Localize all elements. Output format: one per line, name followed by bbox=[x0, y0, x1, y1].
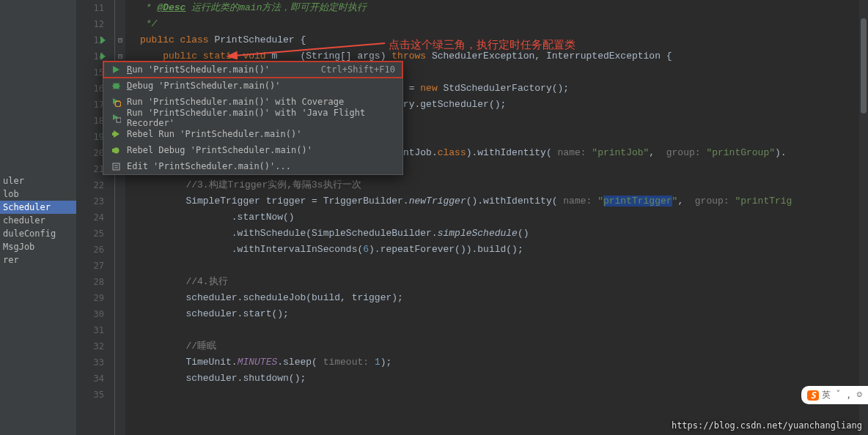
line-number[interactable]: 27 bbox=[77, 258, 104, 274]
line-number[interactable]: 30 bbox=[77, 306, 104, 322]
line-number[interactable]: 24 bbox=[77, 209, 104, 226]
line-number[interactable]: 13 bbox=[77, 32, 104, 48]
context-menu-item[interactable]: Debug 'PrintScheduler.main()' bbox=[103, 78, 402, 94]
line-number[interactable]: 15 bbox=[77, 64, 104, 81]
sidebar-item[interactable]: uler bbox=[0, 174, 76, 187]
ime-indicator[interactable]: S 英 ˇ , ☺ bbox=[801, 386, 868, 404]
code-line[interactable]: TimeUnit.MINUTES.sleep( timeout: 1); bbox=[140, 354, 868, 371]
context-menu-item[interactable]: Rebel Debug 'PrintScheduler.main()' bbox=[103, 142, 402, 158]
sidebar-item[interactable]: Scheduler bbox=[0, 201, 76, 214]
line-number[interactable]: 32 bbox=[77, 338, 104, 354]
rebel-debug-icon bbox=[111, 145, 121, 155]
code-line[interactable]: //睡眠 bbox=[140, 338, 868, 354]
code-line[interactable]: //3.构建Trigger实例,每隔3s执行一次 bbox=[140, 177, 868, 193]
code-line[interactable]: //4.执行 bbox=[140, 274, 868, 290]
line-number[interactable]: 35 bbox=[77, 387, 104, 403]
code-line[interactable]: scheduler.scheduleJob(build, trigger); bbox=[140, 290, 868, 306]
project-sidebar[interactable]: ulerlobSchedulerchedulerduleConfigMsgJob… bbox=[0, 0, 77, 435]
edit-icon bbox=[111, 161, 121, 171]
sidebar-item[interactable]: duleConfig bbox=[0, 227, 76, 240]
ime-text: 英 ˇ , ☺ bbox=[822, 389, 862, 401]
sidebar-item[interactable]: rer bbox=[0, 253, 76, 267]
menu-item-label: Rebel Run 'PrintScheduler.main()' bbox=[127, 129, 395, 139]
ime-logo-icon: S bbox=[807, 390, 818, 401]
line-number[interactable]: 11 bbox=[77, 0, 104, 16]
run-gutter-icon[interactable] bbox=[100, 53, 106, 60]
run-gutter-icon[interactable] bbox=[100, 37, 106, 44]
line-number[interactable]: 33 bbox=[77, 354, 104, 371]
line-number[interactable]: 23 bbox=[77, 193, 104, 209]
line-number[interactable]: 20 bbox=[77, 145, 104, 161]
scrollbar-thumb[interactable] bbox=[861, 18, 867, 114]
debug-icon bbox=[111, 81, 121, 91]
code-line[interactable]: .startNow() bbox=[140, 209, 868, 226]
rebel-run-icon bbox=[111, 129, 121, 139]
run-context-menu[interactable]: Run 'PrintScheduler.main()'Ctrl+Shift+F1… bbox=[103, 61, 403, 175]
sidebar-item[interactable]: MsgJob bbox=[0, 240, 76, 253]
menu-item-label: Run 'PrintScheduler.main()' with 'Java F… bbox=[127, 108, 395, 128]
line-number[interactable]: 21 bbox=[77, 161, 104, 177]
menu-item-label: Run 'PrintScheduler.main()' with Coverag… bbox=[127, 97, 395, 107]
svg-rect-8 bbox=[113, 163, 119, 170]
svg-line-0 bbox=[235, 43, 385, 56]
vertical-scrollbar[interactable] bbox=[859, 0, 868, 435]
line-number[interactable]: 29 bbox=[77, 290, 104, 306]
code-line[interactable]: scheduler.shutdown(); bbox=[140, 371, 868, 387]
watermark: https://blog.csdn.net/yuanchangliang bbox=[672, 420, 862, 431]
annotation-arrow bbox=[220, 25, 396, 69]
menu-item-label: Debug 'PrintScheduler.main()' bbox=[127, 81, 395, 91]
line-number[interactable]: 17 bbox=[77, 97, 104, 113]
menu-item-label: Rebel Debug 'PrintScheduler.main()' bbox=[127, 145, 395, 155]
flight-icon bbox=[111, 113, 121, 123]
coverage-icon bbox=[111, 97, 121, 107]
line-number[interactable]: 16 bbox=[77, 81, 104, 97]
play-icon bbox=[111, 64, 121, 75]
menu-item-label: Edit 'PrintScheduler.main()'... bbox=[127, 161, 395, 171]
annotation-text: 点击这个绿三角，执行定时任务配置类 bbox=[389, 38, 575, 52]
code-line[interactable]: * @Desc 运行此类的main方法，即可开始定时执行 bbox=[140, 0, 868, 16]
line-number[interactable]: 12 bbox=[77, 16, 104, 32]
line-number[interactable]: 28 bbox=[77, 274, 104, 290]
code-line[interactable] bbox=[140, 258, 868, 274]
context-menu-item[interactable]: Rebel Run 'PrintScheduler.main()' bbox=[103, 126, 402, 142]
code-line[interactable]: SimpleTrigger trigger = TriggerBuilder.n… bbox=[140, 193, 868, 209]
line-number[interactable]: 26 bbox=[77, 242, 104, 258]
context-menu-item[interactable]: Run 'PrintScheduler.main()' with 'Java F… bbox=[103, 110, 402, 126]
context-menu-item[interactable]: Edit 'PrintScheduler.main()'... bbox=[103, 158, 402, 174]
line-number[interactable]: 14 bbox=[77, 48, 104, 64]
line-number[interactable]: 31 bbox=[77, 322, 104, 338]
code-line[interactable] bbox=[140, 387, 868, 403]
code-line[interactable] bbox=[140, 322, 868, 338]
svg-point-5 bbox=[115, 101, 121, 107]
line-number[interactable]: 25 bbox=[77, 226, 104, 242]
code-line[interactable]: .withIntervalInSeconds(6).repeatForever(… bbox=[140, 242, 868, 258]
code-line[interactable]: .withSchedule(SimpleScheduleBuilder.simp… bbox=[140, 226, 868, 242]
line-number[interactable]: 19 bbox=[77, 129, 104, 145]
line-number[interactable]: 22 bbox=[77, 177, 104, 193]
code-line[interactable]: scheduler.start(); bbox=[140, 306, 868, 322]
svg-rect-6 bbox=[117, 118, 121, 122]
line-number[interactable]: 18 bbox=[77, 113, 104, 129]
sidebar-item[interactable]: lob bbox=[0, 187, 76, 201]
sidebar-item[interactable]: cheduler bbox=[0, 214, 76, 227]
line-number[interactable]: 34 bbox=[77, 371, 104, 387]
